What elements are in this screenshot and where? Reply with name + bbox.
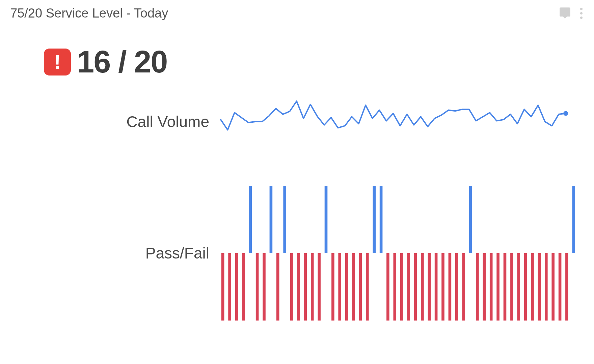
fail-bar [221,253,224,321]
fail-bar [311,253,314,321]
call-volume-svg [219,100,567,144]
fail-bar [352,253,355,321]
fail-bar [414,253,417,321]
fail-bar [517,253,520,321]
fail-bar [476,253,479,321]
fail-bar [531,253,534,321]
alert-glyph: ! [54,52,61,72]
more-menu-icon[interactable] [579,6,584,20]
fail-bar [256,253,259,321]
fail-bar [290,253,293,321]
fail-bar [483,253,486,321]
summary-denominator: 20 [134,44,167,79]
pass-bar [270,186,273,253]
fail-bar [276,253,279,321]
pass-bar [249,186,252,253]
summary-value: 16 / 20 [77,44,167,80]
call-volume-line [221,101,566,130]
fail-bar [455,253,458,321]
fail-bar [565,253,568,321]
fail-bar [263,253,266,321]
call-volume-chart [219,100,567,144]
fail-bar [242,253,245,321]
comment-icon[interactable] [559,6,571,21]
call-volume-row: Call Volume [0,100,594,144]
pass-bar [380,186,383,253]
fail-bar [331,253,334,321]
pass-bar [283,186,286,253]
pass-fail-row: Pass/Fail [0,184,594,322]
summary-metric: ! 16 / 20 [44,44,594,80]
fail-bar [538,253,541,321]
pass-bar [469,186,472,253]
summary-separator: / [118,44,126,79]
fail-bar [490,253,493,321]
fail-bar [345,253,348,321]
fail-bar [435,253,438,321]
fail-bar [400,253,403,321]
pass-fail-chart [219,184,577,322]
fail-bar [318,253,321,321]
fail-bar [428,253,431,321]
fail-bar [304,253,307,321]
fail-bar [551,253,555,321]
fail-bar [496,253,500,321]
fail-bar [559,253,562,321]
widget-header: 75/20 Service Level - Today [0,0,594,21]
widget-actions [559,6,584,21]
fail-bar [386,253,389,321]
fail-bar [394,253,397,321]
pass-bar [572,186,575,253]
fail-bar [338,253,341,321]
alert-icon: ! [44,49,71,75]
call-volume-end-dot [563,111,568,116]
fail-bar [545,253,548,321]
fail-bar [441,253,444,321]
service-level-widget: 75/20 Service Level - Today ! 16 / 20 Ca… [0,0,594,364]
fail-bar [421,253,424,321]
pass-bar [373,186,376,253]
fail-bar [228,253,231,321]
summary-numerator: 16 [77,44,110,79]
fail-bar [407,253,410,321]
pass-fail-svg [219,184,577,322]
pass-bar [325,186,328,253]
call-volume-label: Call Volume [0,113,219,131]
fail-bar [235,253,238,321]
fail-bar [524,253,527,321]
fail-bar [462,253,465,321]
fail-bar [366,253,369,321]
fail-bar [504,253,507,321]
widget-title: 75/20 Service Level - Today [10,6,168,21]
fail-bar [359,253,362,321]
fail-bar [449,253,452,321]
fail-bar [297,253,300,321]
pass-fail-label: Pass/Fail [0,244,219,262]
fail-bar [510,253,513,321]
